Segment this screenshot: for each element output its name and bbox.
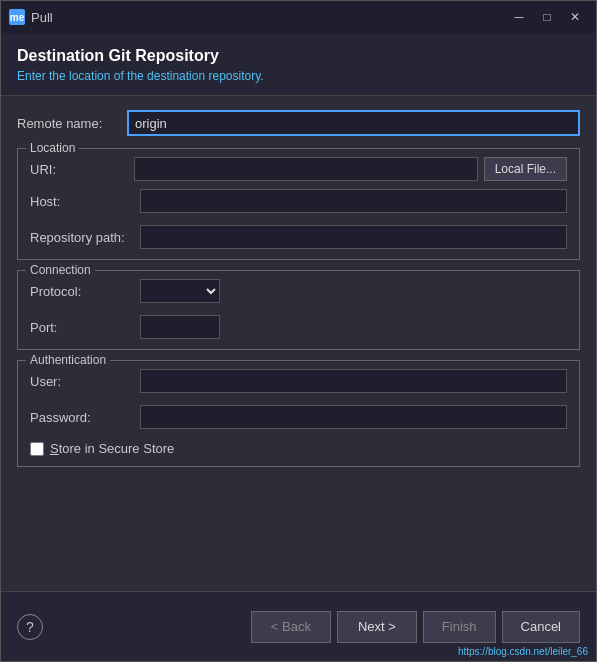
watermark: https://blog.csdn.net/leiler_66 <box>458 646 588 657</box>
remote-name-input[interactable] <box>127 110 580 136</box>
uri-input[interactable] <box>134 157 478 181</box>
header-title: Destination Git Repository <box>17 47 580 65</box>
minimize-button[interactable]: ─ <box>506 7 532 27</box>
repo-path-label: Repository path: <box>30 230 140 245</box>
repo-path-input[interactable] <box>140 225 567 249</box>
protocol-label: Protocol: <box>30 284 140 299</box>
port-label: Port: <box>30 320 140 335</box>
header-subtitle: Enter the location of the destination re… <box>17 69 580 83</box>
host-label: Host: <box>30 194 140 209</box>
back-button[interactable]: < Back <box>251 611 331 643</box>
title-bar: me Pull ─ □ ✕ <box>1 1 596 33</box>
next-button[interactable]: Next > <box>337 611 417 643</box>
password-row: Password: <box>30 405 567 429</box>
store-label[interactable]: Store in Secure Store <box>50 441 174 456</box>
repo-path-row: Repository path: <box>30 225 567 249</box>
footer-buttons: < Back Next > Finish Cancel <box>251 611 580 643</box>
uri-row: URI: Local File... <box>30 157 567 181</box>
port-input[interactable] <box>140 315 220 339</box>
user-input[interactable] <box>140 369 567 393</box>
authentication-legend: Authentication <box>26 353 110 367</box>
remote-name-row: Remote name: <box>17 110 580 136</box>
content: Remote name: Location URI: Local File...… <box>1 96 596 591</box>
location-fieldset: Location URI: Local File... Host: Reposi… <box>17 148 580 260</box>
help-button[interactable]: ? <box>17 614 43 640</box>
remote-name-label: Remote name: <box>17 116 127 131</box>
finish-button: Finish <box>423 611 496 643</box>
connection-fieldset: Connection Protocol: Port: <box>17 270 580 350</box>
port-row: Port: <box>30 315 567 339</box>
location-legend: Location <box>26 141 79 155</box>
title-bar-left: me Pull <box>9 9 53 25</box>
store-row: Store in Secure Store <box>30 441 567 456</box>
footer-left: ? <box>17 614 43 640</box>
host-input[interactable] <box>140 189 567 213</box>
password-input[interactable] <box>140 405 567 429</box>
window-title: Pull <box>31 10 53 25</box>
local-file-button[interactable]: Local File... <box>484 157 567 181</box>
header-section: Destination Git Repository Enter the loc… <box>1 33 596 96</box>
authentication-fieldset: Authentication User: Password: Store in … <box>17 360 580 467</box>
window-controls: ─ □ ✕ <box>506 7 588 27</box>
host-row: Host: <box>30 189 567 213</box>
store-checkbox[interactable] <box>30 442 44 456</box>
uri-label: URI: <box>30 162 128 177</box>
connection-legend: Connection <box>26 263 95 277</box>
close-button[interactable]: ✕ <box>562 7 588 27</box>
footer: ? < Back Next > Finish Cancel https://bl… <box>1 591 596 661</box>
user-row: User: <box>30 369 567 393</box>
protocol-row: Protocol: <box>30 279 567 303</box>
maximize-button[interactable]: □ <box>534 7 560 27</box>
cancel-button[interactable]: Cancel <box>502 611 580 643</box>
app-icon: me <box>9 9 25 25</box>
password-label: Password: <box>30 410 140 425</box>
protocol-select[interactable] <box>140 279 220 303</box>
window: me Pull ─ □ ✕ Destination Git Repository… <box>0 0 597 662</box>
user-label: User: <box>30 374 140 389</box>
